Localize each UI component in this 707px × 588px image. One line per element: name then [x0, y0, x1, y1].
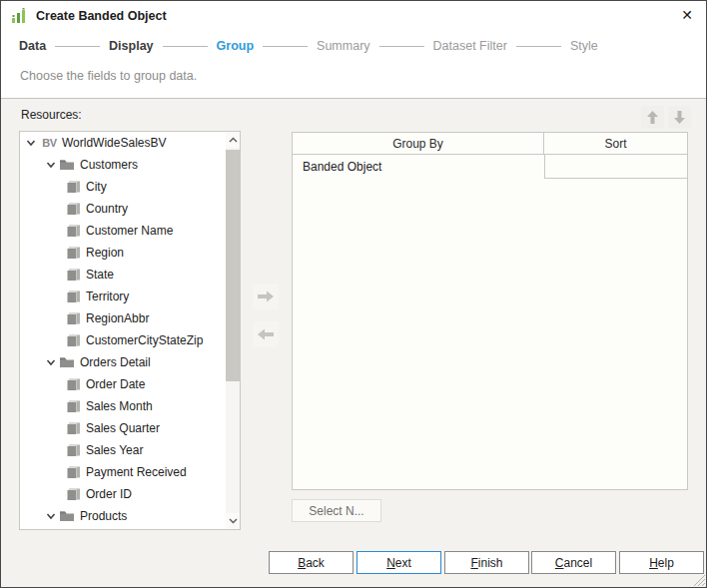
- tree-item-order-date[interactable]: Order Date: [20, 373, 226, 395]
- tree-item-label: Sales Quarter: [86, 421, 160, 435]
- sort-cell[interactable]: [544, 155, 687, 179]
- chevron-down-icon[interactable]: [25, 137, 37, 149]
- dialog-title: Create Banded Object: [36, 9, 167, 23]
- tree-item-customercitystatezip[interactable]: CustomerCityStateZip: [20, 329, 226, 351]
- tree-item-sales-quarter[interactable]: Sales Quarter: [20, 417, 226, 439]
- wizard-header: Create Banded Object ✕ DataDisplayGroupS…: [1, 1, 706, 99]
- field-icon: [65, 245, 81, 261]
- chevron-down-icon[interactable]: [45, 159, 57, 171]
- step-connector: [263, 46, 308, 47]
- field-icon: [65, 179, 81, 195]
- remove-field-button[interactable]: [253, 321, 279, 347]
- business-view-icon: BV: [39, 137, 60, 149]
- tree-item-region[interactable]: Region: [20, 242, 226, 264]
- wizard-step-display[interactable]: Display: [109, 39, 153, 53]
- field-icon: [65, 420, 81, 436]
- field-icon: [65, 376, 81, 392]
- banded-object-icon: [11, 8, 28, 24]
- resources-tree: BVWorldWideSalesBVCustomersCityCountryCu…: [19, 131, 241, 530]
- resources-label: Resources:: [21, 108, 82, 122]
- tree-item-label: CustomerCityStateZip: [86, 333, 203, 347]
- tree-item-label: Orders Detail: [80, 355, 151, 369]
- step-subtitle: Choose the fields to group data.: [20, 69, 197, 83]
- tree-scrollbar[interactable]: [226, 132, 240, 529]
- tree-item-worldwidesalesbv[interactable]: BVWorldWideSalesBV: [20, 132, 226, 154]
- scroll-down-icon[interactable]: [226, 513, 240, 529]
- column-header-sort: Sort: [544, 133, 687, 154]
- select-n-button[interactable]: Select N...: [292, 499, 381, 522]
- field-icon: [65, 223, 81, 239]
- tree-item-label: RegionAbbr: [86, 311, 149, 325]
- field-icon: [65, 398, 81, 414]
- step-connector: [516, 46, 561, 47]
- tree-item-label: City: [86, 180, 107, 194]
- folder-icon: [59, 157, 75, 173]
- tree-item-regionabbr[interactable]: RegionAbbr: [20, 307, 226, 329]
- tree-item-label: Country: [86, 202, 128, 216]
- tree-item-order-id[interactable]: Order ID: [20, 483, 226, 505]
- step-connector: [55, 46, 100, 47]
- tree-item-city[interactable]: City: [20, 176, 226, 198]
- move-up-button[interactable]: [641, 106, 664, 129]
- wizard-step-style[interactable]: Style: [570, 39, 598, 53]
- wizard-step-data[interactable]: Data: [19, 39, 46, 53]
- folder-icon: [59, 508, 75, 524]
- wizard-step-summary[interactable]: Summary: [317, 39, 369, 53]
- folder-icon: [59, 354, 75, 370]
- field-icon: [65, 289, 81, 304]
- chevron-down-icon[interactable]: [45, 510, 57, 522]
- tree-item-country[interactable]: Country: [20, 198, 226, 220]
- move-down-button[interactable]: [668, 106, 691, 129]
- titlebar: Create Banded Object ✕: [1, 1, 706, 31]
- field-icon: [65, 201, 81, 217]
- chevron-down-icon[interactable]: [45, 356, 57, 368]
- back-button[interactable]: Back: [269, 551, 354, 574]
- field-icon: [65, 442, 81, 458]
- field-icon: [65, 332, 81, 348]
- tree-item-orders-detail[interactable]: Orders Detail: [20, 351, 226, 373]
- tree-item-customers[interactable]: Customers: [20, 154, 226, 176]
- help-button[interactable]: Help: [619, 551, 704, 574]
- tree-item-sales-year[interactable]: Sales Year: [20, 439, 226, 461]
- resize-grip[interactable]: [692, 573, 705, 586]
- tree-item-label: WorldWideSalesBV: [62, 136, 166, 150]
- down-arrow-icon: [673, 110, 686, 125]
- create-banded-object-dialog: Create Banded Object ✕ DataDisplayGroupS…: [0, 0, 707, 588]
- tree-item-label: Order ID: [86, 487, 132, 501]
- right-arrow-icon: [257, 290, 275, 303]
- tree-item-label: Region: [86, 246, 124, 260]
- wizard-steps: DataDisplayGroupSummaryDataset FilterSty…: [19, 39, 598, 53]
- tree-item-sales-month[interactable]: Sales Month: [20, 395, 226, 417]
- column-header-group-by: Group By: [293, 133, 544, 154]
- scroll-up-icon[interactable]: [226, 132, 240, 148]
- tree-item-customer-name[interactable]: Customer Name: [20, 220, 226, 242]
- up-arrow-icon: [646, 110, 659, 125]
- cancel-button[interactable]: Cancel: [531, 551, 616, 574]
- group-by-table: Group BySort Banded Object: [292, 132, 688, 490]
- scrollbar-thumb[interactable]: [226, 150, 240, 381]
- finish-button[interactable]: Finish: [444, 551, 529, 574]
- wizard-step-dataset-filter[interactable]: Dataset Filter: [433, 39, 507, 53]
- close-icon[interactable]: ✕: [674, 3, 700, 27]
- field-icon: [65, 310, 81, 326]
- field-icon: [65, 486, 81, 502]
- group-by-cell[interactable]: Banded Object: [293, 155, 544, 179]
- tree-item-partial[interactable]: [20, 527, 226, 529]
- tree-item-label: Payment Received: [86, 465, 187, 479]
- tree-item-products[interactable]: Products: [20, 505, 226, 527]
- step-connector: [379, 46, 424, 47]
- group-table-header: Group BySort: [293, 133, 687, 155]
- table-row: Banded Object: [293, 155, 687, 179]
- next-button[interactable]: Next: [356, 551, 441, 574]
- step-connector: [163, 46, 208, 47]
- wizard-step-group[interactable]: Group: [217, 39, 255, 53]
- tree-item-label: Customer Name: [86, 224, 173, 238]
- tree-item-payment-received[interactable]: Payment Received: [20, 461, 226, 483]
- tree-item-label: State: [86, 268, 114, 282]
- tree-item-label: Products: [80, 509, 127, 523]
- field-icon: [65, 464, 81, 480]
- tree-item-state[interactable]: State: [20, 264, 226, 286]
- left-arrow-icon: [257, 327, 275, 341]
- add-field-button[interactable]: [253, 284, 279, 309]
- tree-item-territory[interactable]: Territory: [20, 286, 226, 307]
